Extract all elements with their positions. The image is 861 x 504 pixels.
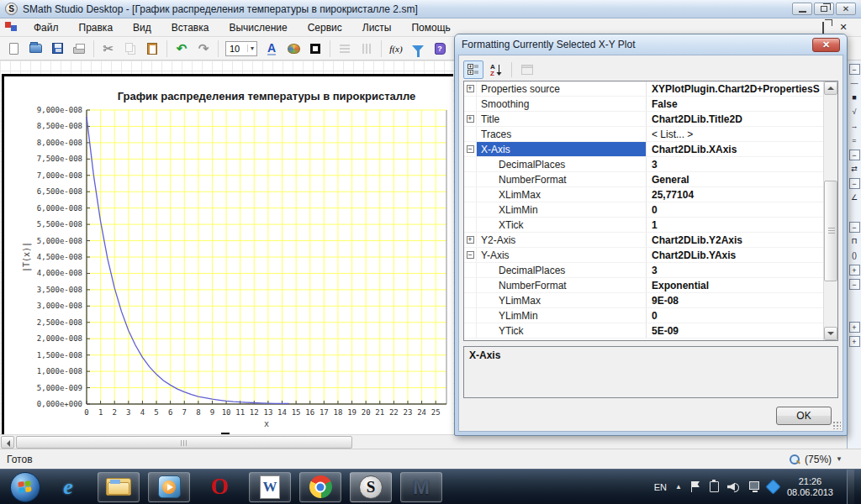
mdi-restore-icon[interactable] [817, 23, 829, 33]
restore-button[interactable] [814, 3, 834, 15]
palette-toggle[interactable]: + [849, 336, 860, 347]
palette-toggle[interactable]: − [849, 279, 860, 290]
ok-button[interactable]: OK [776, 407, 832, 425]
property-value[interactable]: Exponential [647, 278, 823, 292]
property-row[interactable]: NumberFormatExponential [464, 278, 823, 293]
taskbar-item-explorer[interactable] [98, 472, 140, 502]
window-titlebar[interactable]: S SMath Studio Desktop - [График распред… [0, 0, 861, 18]
palette-symbol[interactable]: — [849, 78, 860, 89]
collapse-icon[interactable]: − [464, 248, 477, 262]
taskbar-item-mathcad[interactable]: M [400, 472, 442, 502]
menu-item[interactable]: Файл [24, 19, 69, 36]
property-value[interactable]: Chart2DLib.Title2D [647, 112, 823, 126]
grid-scrollbar[interactable] [823, 81, 837, 340]
palette-toggle[interactable]: − [849, 178, 860, 189]
font-size-combo[interactable]: 10 ▾ [225, 41, 257, 56]
volume-icon[interactable] [727, 481, 739, 492]
scrollbar-thumb[interactable] [16, 436, 352, 449]
property-value[interactable]: XYPlotPlugin.Chart2D+PropertiesS [647, 81, 823, 96]
property-value[interactable]: 25,77104 [647, 187, 823, 202]
menu-item[interactable]: Помощь [401, 19, 460, 36]
clock[interactable]: 21:26 08.06.2013 [787, 476, 833, 498]
minimize-button[interactable] [792, 3, 812, 15]
property-row[interactable]: XTick1 [464, 218, 823, 233]
start-button[interactable] [10, 472, 40, 502]
menu-item[interactable]: Вычисление [219, 19, 297, 36]
palette-toggle[interactable]: − [849, 64, 860, 75]
new-button[interactable] [3, 39, 24, 58]
font-color-button[interactable]: A [261, 39, 282, 58]
palette-toggle[interactable]: + [849, 322, 860, 333]
dialog-close-button[interactable]: ✕ [812, 38, 840, 52]
property-value[interactable]: 9E-08 [647, 293, 823, 307]
save-button[interactable] [47, 39, 67, 58]
menu-item[interactable]: Сервис [298, 19, 352, 36]
property-value[interactable]: Chart2DLib.XAxis [647, 142, 823, 156]
property-value[interactable]: 0 [647, 308, 823, 323]
property-row[interactable]: XLimMin0 [464, 202, 823, 218]
resize-grip[interactable] [832, 421, 841, 429]
align-horizontal-button[interactable] [335, 39, 355, 58]
property-row[interactable]: XLimMax25,77104 [464, 187, 823, 202]
alphabetical-sort-button[interactable]: A Z [486, 60, 506, 79]
hidden-icons-button[interactable]: ▲ [675, 483, 682, 491]
categorized-view-button[interactable] [463, 60, 483, 79]
menu-item[interactable]: Вид [123, 19, 161, 36]
redo-button[interactable]: ↷ [193, 39, 214, 58]
property-value[interactable]: 5E-09 [647, 323, 823, 338]
expand-icon[interactable]: + [464, 81, 477, 96]
scroll-up-button[interactable] [824, 81, 837, 95]
property-row[interactable]: +TitleChart2DLib.Title2D [464, 112, 823, 127]
horizontal-scrollbar[interactable] [0, 434, 861, 449]
property-row[interactable]: YTick5E-09 [464, 323, 823, 339]
property-value[interactable]: < List... > [647, 127, 823, 141]
palette-symbol[interactable]: () [849, 250, 860, 261]
palette-toggle[interactable]: + [849, 265, 860, 276]
property-row[interactable]: DecimalPlaces3 [464, 157, 823, 172]
property-value[interactable]: 0 [647, 202, 823, 217]
taskbar-item-chrome[interactable] [299, 472, 341, 502]
close-button[interactable]: ✕ [836, 3, 856, 15]
collapse-icon[interactable]: − [464, 142, 477, 156]
zoom-control[interactable]: (75%) ▼ [789, 454, 854, 465]
property-row[interactable]: YLimMin0 [464, 308, 823, 323]
palette-symbol[interactable]: → [849, 121, 860, 132]
border-button[interactable] [305, 39, 325, 58]
print-button[interactable] [69, 39, 89, 58]
reference-button[interactable]: ? [430, 39, 450, 58]
scroll-down-button[interactable] [824, 327, 837, 340]
palette-symbol[interactable]: ∠ [849, 192, 860, 203]
taskbar-item-smath[interactable]: S [350, 472, 392, 502]
property-value[interactable]: 1 [647, 218, 823, 232]
property-row[interactable]: +Y2-AxisChart2DLib.Y2Axis [464, 233, 823, 248]
align-vertical-button[interactable] [357, 39, 377, 58]
filter-button[interactable] [408, 39, 428, 58]
property-row[interactable]: −Y-AxisChart2DLib.YAxis [464, 248, 823, 263]
background-color-button[interactable] [283, 39, 304, 58]
property-row[interactable]: Traces< List... > [464, 127, 823, 142]
property-row[interactable]: NumberFormatGeneral [464, 172, 823, 187]
action-center-flag-icon[interactable] [690, 481, 701, 492]
property-value[interactable]: 3 [647, 263, 823, 277]
property-value[interactable]: Chart2DLib.Y2Axis [647, 233, 823, 247]
update-icon[interactable] [710, 481, 719, 492]
palette-toggle[interactable]: − [849, 150, 860, 160]
taskbar-item-internet-explorer[interactable]: e [47, 472, 89, 502]
palette-symbol[interactable]: ■ [849, 92, 860, 103]
menu-item[interactable]: Вставка [161, 19, 219, 36]
property-row[interactable]: SmoothingFalse [464, 97, 823, 112]
language-indicator[interactable]: EN [654, 482, 667, 492]
mdi-close-icon[interactable]: ✕ [837, 22, 849, 33]
copy-button[interactable] [120, 39, 140, 58]
property-pages-button[interactable] [517, 60, 537, 79]
palette-symbol[interactable]: √ [849, 107, 860, 118]
property-value[interactable]: General [647, 172, 823, 186]
property-row[interactable]: YLimMax9E-08 [464, 293, 823, 308]
grid-scrollbar-thumb[interactable] [824, 181, 837, 281]
menu-item[interactable]: Правка [69, 19, 124, 36]
cut-button[interactable]: ✂ [98, 39, 119, 58]
function-button[interactable]: f(x) [386, 39, 406, 58]
dropbox-icon[interactable] [765, 479, 780, 494]
scroll-left-button[interactable] [1, 436, 14, 449]
open-button[interactable] [25, 39, 45, 58]
